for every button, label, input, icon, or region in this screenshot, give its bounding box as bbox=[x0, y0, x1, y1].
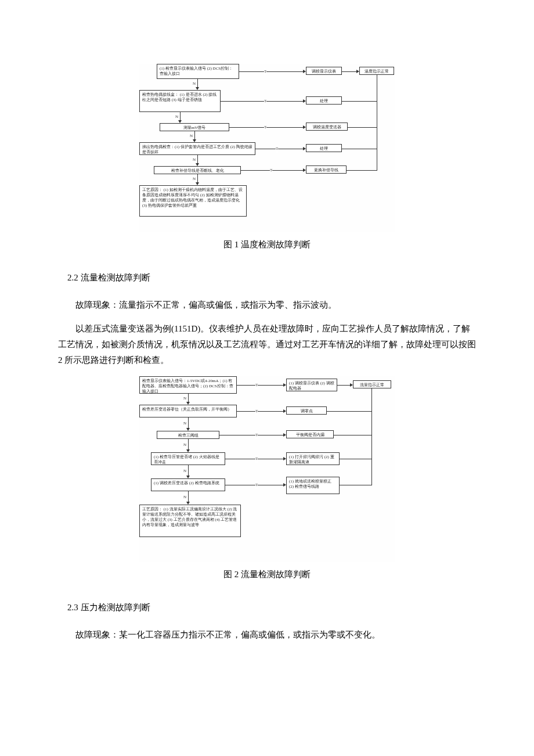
fc1-arrow bbox=[342, 101, 377, 102]
fc2-box-5out: (1) 就地或送检校量校正 (2) 检查信号线路 bbox=[286, 477, 340, 494]
fc2-label-N: N bbox=[183, 441, 186, 449]
fc2-box-3out: 平衡阀是否内漏 bbox=[286, 430, 334, 438]
fc1-box-3: 测量mV信号 bbox=[160, 123, 229, 131]
fc1-box-5out: 更换补偿导线 bbox=[306, 165, 347, 174]
fc2-arrow bbox=[188, 394, 189, 402]
fc1-arrow bbox=[197, 174, 198, 182]
flowchart-1: (1) 检查显示仪表输入信号 (2) DCS控制：查输入接口 T 调校显示仪表 … bbox=[139, 64, 395, 232]
fc1-label-T: T bbox=[270, 167, 272, 174]
fc2-arrow bbox=[337, 385, 350, 386]
flowchart-2: 检查显示仪表输入信号：1-5VDC或4-20mA；(1) 有配电器。应检查配电器… bbox=[139, 376, 395, 562]
fc2-arrow bbox=[219, 435, 283, 435]
fc1-arrow bbox=[347, 170, 377, 171]
fc1-label-T: T bbox=[264, 124, 266, 131]
fc2-arrow bbox=[188, 465, 189, 476]
fc1-arrow bbox=[239, 71, 303, 72]
fc1-label-N: N bbox=[190, 132, 193, 140]
fc1-arrow bbox=[194, 131, 195, 139]
fc1-arrow bbox=[180, 112, 181, 120]
figure-2: 检查显示仪表输入信号：1-5VDC或4-20mA；(1) 有配电器。应检查配电器… bbox=[58, 376, 476, 582]
section-2-3-p1: 故障现象：某一化工容器压力指示不正常，偏高或偏低，或指示为零或不变化。 bbox=[58, 627, 476, 643]
fc1-return bbox=[377, 75, 377, 171]
fc1-arrow bbox=[342, 149, 377, 149]
fc1-arrow bbox=[221, 101, 303, 102]
fc2-label-T: T bbox=[255, 481, 258, 489]
fc2-box-4: (1) 检查导压管是否堵 (2) 火焰器线是否冲走 bbox=[151, 452, 225, 465]
fc2-box-1: 检查显示仪表输入信号：1-5VDC或4-20mA；(1) 有配电器。应检查配电器… bbox=[139, 376, 237, 394]
figure-2-caption: 图 2 流量检测故障判断 bbox=[58, 567, 476, 582]
fc2-box-5: (1) 调校差压变送器 (2) 检查电路系统 bbox=[151, 478, 225, 491]
fc2-label-T: T bbox=[255, 381, 258, 389]
fc1-box-2out: 处理 bbox=[306, 96, 342, 105]
fc2-arrow bbox=[237, 411, 283, 412]
fc2-label-N: N bbox=[183, 395, 186, 402]
fc1-arrow bbox=[342, 71, 356, 72]
fc2-arrow bbox=[188, 491, 189, 502]
figure-1-caption: 图 1 温度检测故障判断 bbox=[58, 237, 476, 253]
fc1-box-1out: 调校显示仪表 bbox=[306, 67, 342, 75]
page-content: (1) 检查显示仪表输入信号 (2) DCS控制：查输入接口 T 调校显示仪表 … bbox=[58, 64, 476, 643]
fc2-arrow bbox=[188, 417, 189, 428]
fc2-arrow bbox=[225, 459, 283, 459]
fc2-box-4out: (1) 打开排污阀排污 (2) 重新灌隔离液 bbox=[286, 452, 340, 465]
fc1-arrow bbox=[348, 127, 377, 128]
fc1-label-N: N bbox=[193, 80, 196, 88]
fc2-label-T: T bbox=[255, 455, 258, 463]
fc1-label-T: T bbox=[264, 98, 266, 105]
fc2-box-1out: (1) 调校显示仪表 (2) 调校配电器 bbox=[286, 379, 337, 391]
fc2-label-N: N bbox=[183, 420, 186, 427]
section-2-3-title: 2.3 压力检测故障判断 bbox=[67, 600, 476, 615]
fc2-box-1final: 流量指示正常 bbox=[353, 380, 391, 388]
fc1-box-5: 检查补偿导线是否断线、老化 bbox=[154, 166, 241, 174]
fc2-box-3: 检查三阀组 bbox=[157, 431, 219, 439]
fc1-box-2: 检查热电偶接线盒： (1) 是否进水 (2) 接线柱之间是否短路 (3) 端子是… bbox=[139, 90, 221, 112]
fc2-arrow bbox=[327, 411, 371, 412]
fc1-label-T: T bbox=[276, 145, 278, 153]
fc2-arrow bbox=[334, 435, 371, 435]
fc1-box-4out: 处理 bbox=[306, 144, 342, 152]
fc1-box-3out: 调校温度变送器 bbox=[306, 123, 348, 131]
fc1-label-N: N bbox=[193, 156, 196, 164]
figure-1: (1) 检查显示仪表输入信号 (2) DCS控制：查输入接口 T 调校显示仪表 … bbox=[58, 64, 476, 253]
fc2-box-2: 检查差压变送器零位（关正负取压阀，开平衡阀） bbox=[139, 405, 237, 417]
fc2-box-6: 工艺原因： (1) 流量实际工况偏离设计工况很大 (2) 流量计输送系统阻力分配… bbox=[139, 505, 241, 537]
fc1-label-N: N bbox=[193, 175, 196, 183]
fc1-box-6: 工艺原因： (1) 如检测干燥机内物料温度，由于工艺、设备原因造成物料厚度薄厚不… bbox=[139, 185, 247, 217]
section-2-2-p1: 故障现象：流量指示不正常，偏高或偏低，或指示为零、指示波动。 bbox=[58, 297, 476, 313]
fc2-return bbox=[371, 388, 372, 485]
fc1-label-N: N bbox=[175, 113, 178, 121]
fc1-box-1final: 温度指示正常 bbox=[359, 67, 394, 75]
section-2-2-p2: 以差压式流量变送器为例(1151D)。仪表维护人员在处理故障时，应向工艺操作人员… bbox=[58, 321, 476, 368]
fc2-arrow bbox=[188, 439, 189, 449]
fc1-label-T: T bbox=[264, 68, 266, 75]
fc2-arrow bbox=[225, 485, 283, 485]
fc2-label-N: N bbox=[183, 467, 186, 475]
fc2-arrow bbox=[237, 385, 283, 386]
fc1-arrow bbox=[197, 155, 198, 163]
fc2-label-T: T bbox=[255, 408, 258, 415]
fc1-box-1: (1) 检查显示仪表输入信号 (2) DCS控制：查输入接口 bbox=[157, 64, 239, 79]
fc2-label-N: N bbox=[183, 494, 186, 501]
fc1-arrow bbox=[197, 79, 198, 87]
fc1-box-4: 抽出热电偶检查：(1) 保护套管内是否进工艺介质 (2) 陶瓷绝缘是否损坏 bbox=[139, 142, 255, 155]
fc2-arrow bbox=[340, 459, 371, 459]
fc2-arrow bbox=[340, 485, 371, 485]
fc2-box-2out: 调零点 bbox=[286, 406, 327, 415]
fc1-arrow bbox=[255, 149, 303, 149]
fc2-label-T: T bbox=[255, 431, 258, 439]
section-2-2-title: 2.2 流量检测故障判断 bbox=[67, 270, 476, 286]
